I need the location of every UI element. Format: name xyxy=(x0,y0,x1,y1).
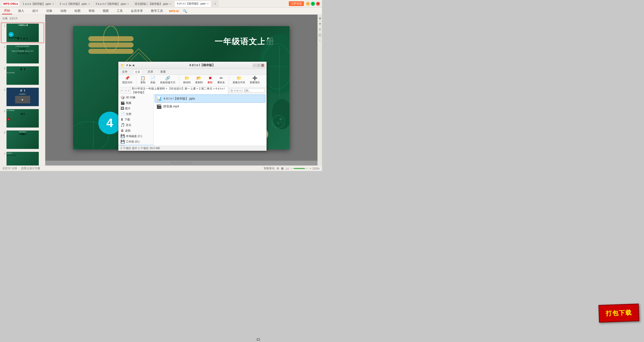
fe-nav-pictures-label: 图片 xyxy=(125,107,131,110)
fe-nav-pictures[interactable]: 🖼 图片 xyxy=(118,106,153,111)
fe-tab-view[interactable]: 查看 xyxy=(159,69,167,74)
ribbon-tab-member[interactable]: 会员专享 xyxy=(129,8,145,14)
tab-4-label: 语文园地二【稿华版】.pptx xyxy=(135,2,168,6)
disk-d-icon: 💾 xyxy=(120,140,125,144)
fe-sep-3 xyxy=(229,75,229,84)
fe-rename-btn[interactable]: ✏ 重命名 xyxy=(216,75,227,85)
wps-ai-btn[interactable]: WPS AI xyxy=(169,10,179,13)
fe-delete-btn[interactable]: ✖ 删除 xyxy=(206,75,215,85)
view-read-icon[interactable]: 📖 xyxy=(286,167,289,170)
tab-1-close[interactable]: ✕ xyxy=(52,3,54,5)
fe-nav-docs-label: 文档 xyxy=(126,112,131,116)
svg-rect-0 xyxy=(88,36,134,41)
right-panel-icon-3[interactable]: ≡ xyxy=(319,28,321,31)
slide-thumb-1[interactable]: 1 一年级语文上册 d t n l 第1课时 第2课时 4 ☆ xyxy=(1,23,44,43)
star-icon-6: ☆ xyxy=(40,131,42,134)
right-panel-icon-5[interactable]: ↑ xyxy=(319,39,321,42)
fe-tab-file[interactable]: 文件 xyxy=(120,69,129,74)
fe-paste-btn[interactable]: 📄 粘贴 xyxy=(148,75,157,85)
slide-thumb-7[interactable]: 7 综合练习 d t n l 练一练 ☆ xyxy=(1,151,44,165)
right-panel-icon-4[interactable]: ◫ xyxy=(318,33,321,37)
fe-move-btn[interactable]: 📁 移动到 xyxy=(181,75,192,85)
fe-new-folder-btn[interactable]: 📁 新建文件夹 xyxy=(231,75,247,85)
login-button[interactable]: 立即登录 xyxy=(289,1,304,6)
fe-file-pptx[interactable]: 📊 4 d t n l【稿华版】.pptx xyxy=(155,95,265,103)
new-tab-btn[interactable]: + xyxy=(212,1,218,7)
fe-paste-shortcut-btn[interactable]: 🔗 粘贴快捷方式 xyxy=(158,75,177,85)
tab-3-close[interactable]: ✕ xyxy=(127,3,129,5)
fe-copy-btn[interactable]: 📋 复制 xyxy=(138,75,147,85)
zoom-in-btn[interactable]: + xyxy=(310,167,311,170)
view-normal-icon[interactable]: ⊞ xyxy=(277,167,279,170)
fe-copy-to-btn[interactable]: 📂 复制到 xyxy=(193,75,205,85)
view-browse-icon[interactable]: ▦ xyxy=(281,167,284,170)
ribbon-tab-teaching[interactable]: 教学工具 xyxy=(149,8,165,14)
fe-nav-docs[interactable]: 📄 文档 xyxy=(118,111,153,117)
fe-nav-pane: 🎲 3D 对象 🎬 视频 🖼 图片 📄 文档 ⬇ 下载 🎵 音乐 xyxy=(118,94,154,146)
ribbon-tab-animation[interactable]: 动画 xyxy=(58,8,68,14)
zoom-out-btn[interactable]: − xyxy=(291,167,293,170)
slide-thumb-6[interactable]: 6 声母节律练习 小结练习 ☆ xyxy=(1,130,44,150)
tab-2-close[interactable]: ✕ xyxy=(88,3,90,5)
right-panel-icon-1[interactable]: ⊕ xyxy=(319,17,321,20)
ribbon-tab-view[interactable]: 视图 xyxy=(101,8,111,14)
ribbon-tab-tools[interactable]: 工具 xyxy=(115,8,125,14)
tab-5-close[interactable]: ✕ xyxy=(207,2,209,5)
slide-thumb-4[interactable]: 4 d t 会合唱歌吗？ ▶ ☆ xyxy=(1,87,44,107)
tab-4-close[interactable]: ✕ xyxy=(169,3,171,5)
tab-1[interactable]: 1 a o e【稿华版】.pptx ✕ xyxy=(20,1,56,7)
fe-nav-3d-label: 3D 对象 xyxy=(126,96,136,99)
fe-nav-downloads[interactable]: ⬇ 下载 xyxy=(118,117,153,122)
fe-nav-back-btn[interactable]: ← xyxy=(120,89,123,92)
fe-new-item-btn[interactable]: ➕ 新建项目 xyxy=(248,75,262,85)
tab-3[interactable]: 3 b p m f【稿华版】.pptx ✕ xyxy=(93,1,132,7)
fe-nav-up-btn[interactable]: ↑ xyxy=(128,89,130,92)
ribbon-tab-transition[interactable]: 切换 xyxy=(44,8,54,14)
fe-nav-video[interactable]: 🎬 视频 xyxy=(118,100,153,106)
minimize-button[interactable]: − xyxy=(306,2,310,6)
move-icon: 📁 xyxy=(184,76,189,80)
fe-nav-music[interactable]: 🎵 音乐 xyxy=(118,122,153,128)
ribbon-tab-review[interactable]: 审阅 xyxy=(87,8,97,14)
fe-titlebar: 📁 ▼ ▶ ◀ 4 d t n l【稿华版】 − □ ✕ xyxy=(118,62,266,69)
fe-window-controls: − □ ✕ xyxy=(253,64,264,67)
fe-close-btn[interactable]: ✕ xyxy=(261,64,264,67)
desktop-icon: 🖥 xyxy=(120,129,124,133)
ribbon-tab-home[interactable]: 开始 xyxy=(2,8,12,14)
fe-maximize-btn[interactable]: □ xyxy=(257,64,260,67)
fe-search-input[interactable] xyxy=(229,89,264,93)
slide-view-btn[interactable]: 幻灯片 xyxy=(10,17,18,20)
slide-thumb-5[interactable]: 5 学习声母n和l n l nd ☆ xyxy=(1,108,44,129)
ribbon-tab-insert[interactable]: 插入 xyxy=(16,8,26,14)
fe-tab-share[interactable]: 共享 xyxy=(146,69,155,74)
fe-nav-desktop[interactable]: 🖥 桌面 xyxy=(118,128,153,133)
ribbon-tab-draw[interactable]: 绘图 xyxy=(72,8,83,14)
zoom-slider[interactable] xyxy=(294,168,309,169)
ai-beautify-btn[interactable]: 智能美化 xyxy=(264,166,275,170)
design-scheme[interactable]: 启用义设计方案 xyxy=(21,166,40,170)
fe-nav-3d[interactable]: 🎲 3D 对象 xyxy=(118,95,153,100)
fe-minimize-btn[interactable]: − xyxy=(253,64,256,67)
fe-nav-forward-btn[interactable]: → xyxy=(124,89,127,92)
sidebar-header: 大纲 幻灯片 xyxy=(1,16,44,22)
slide-thumb-2[interactable]: 2 上节课学过的声母有哪些？ b p m f 下面是今天学习的声母，你认识几个呢… xyxy=(1,44,44,64)
new-folder-icon: 📁 xyxy=(236,76,242,80)
outline-view-btn[interactable]: 大纲 xyxy=(2,17,8,20)
new-item-icon: ➕ xyxy=(252,76,257,80)
fe-pin-btn[interactable]: 📌 固定访问 xyxy=(120,75,134,85)
tab-5[interactable]: 4 d t n l【稿华版】.pptx ✕ xyxy=(175,1,211,7)
fe-nav-d[interactable]: 💾 工作室 (D:) xyxy=(118,139,153,144)
search-icon[interactable]: 🔍 xyxy=(183,9,187,13)
fe-file-mp4[interactable]: 🎬 拼音曲.mp4 xyxy=(155,103,265,110)
right-panel-icon-2[interactable]: ✦ xyxy=(319,22,321,26)
slide-thumb-3[interactable]: 3 d t 学习生字内容 ☆ xyxy=(1,65,44,86)
slide-num-2: 2 xyxy=(2,46,5,49)
fe-main-pane: 📊 4 d t n l【稿华版】.pptx 🎬 拼音曲.mp4 xyxy=(154,94,266,146)
ribbon-tab-design[interactable]: 设计 xyxy=(30,8,40,14)
tab-4[interactable]: 语文园地二【稿华版】.pptx ✕ xyxy=(132,1,174,7)
maximize-button[interactable]: □ xyxy=(311,2,315,6)
fe-nav-c[interactable]: 💾 本地磁盘 (C:) xyxy=(118,133,153,139)
close-button[interactable]: ✕ xyxy=(316,2,320,6)
fe-tab-home[interactable]: 主页 xyxy=(133,69,142,74)
tab-2[interactable]: 2 i u ü【稿华版】.pptx ✕ xyxy=(57,1,92,7)
